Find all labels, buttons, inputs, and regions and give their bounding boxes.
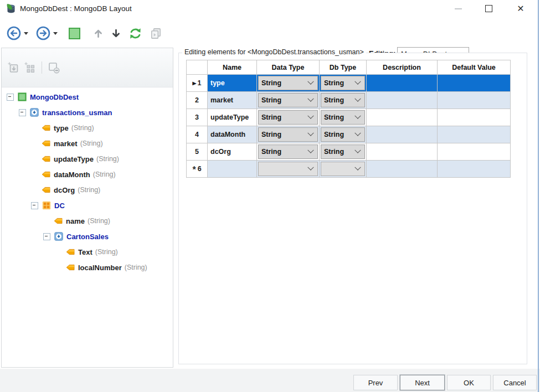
ok-button[interactable]: OK bbox=[447, 375, 491, 390]
column-header-name[interactable]: Name bbox=[208, 60, 257, 75]
tree-item-market[interactable]: market(String) bbox=[2, 136, 173, 151]
tree-item-type[interactable]: type(String) bbox=[2, 120, 173, 136]
minimize-button[interactable] bbox=[449, 0, 467, 17]
cell-default-value[interactable] bbox=[438, 126, 511, 143]
elements-grid: NameData TypeDb TypeDescriptionDefault V… bbox=[186, 60, 511, 178]
chevron-down-icon bbox=[354, 147, 361, 153]
cell-data-type-dropdown[interactable] bbox=[258, 162, 318, 176]
tree-item-updateType[interactable]: updateType(String) bbox=[2, 151, 173, 167]
forward-dropdown-button[interactable] bbox=[53, 32, 63, 35]
cell-db-type-dropdown[interactable]: String bbox=[321, 145, 365, 159]
cell-db-type: String bbox=[320, 92, 367, 109]
row-header-5[interactable]: 5 bbox=[187, 143, 208, 161]
column-header-description[interactable]: Description bbox=[367, 60, 438, 75]
row-header-3[interactable]: 3 bbox=[187, 109, 208, 126]
cell-db-type: String bbox=[320, 143, 367, 161]
row-header-6[interactable]: *6 bbox=[187, 161, 208, 178]
yellow-tag-icon bbox=[66, 263, 75, 272]
cell-name[interactable] bbox=[208, 161, 257, 178]
copy-layout-button[interactable] bbox=[150, 27, 162, 40]
tree-item-localNumber[interactable]: localNumber(String) bbox=[2, 260, 173, 275]
cell-name[interactable]: market bbox=[208, 92, 257, 109]
cell-default-value[interactable] bbox=[438, 109, 511, 126]
cell-default-value[interactable] bbox=[438, 143, 511, 161]
back-button[interactable] bbox=[7, 26, 21, 40]
cell-description[interactable] bbox=[367, 109, 438, 126]
row-header-2[interactable]: 2 bbox=[187, 92, 208, 109]
cell-data-type-dropdown[interactable]: String bbox=[258, 110, 318, 125]
blue-element-icon bbox=[30, 108, 39, 117]
tree-toolbar bbox=[2, 48, 173, 87]
dialog-footer: PrevNextOKCancel bbox=[0, 369, 540, 392]
cell-db-type-dropdown[interactable]: String bbox=[321, 76, 365, 90]
tree-item-DC[interactable]: DC bbox=[2, 198, 173, 213]
cell-name[interactable]: dcOrg bbox=[208, 143, 257, 161]
collapse-toggle-icon[interactable] bbox=[7, 94, 14, 101]
forward-button[interactable] bbox=[36, 26, 50, 40]
back-dropdown-button[interactable] bbox=[24, 32, 33, 35]
chevron-down-icon bbox=[307, 130, 313, 136]
current-row-icon: ▶ bbox=[193, 81, 197, 86]
grid-row-1: ▶1typeStringString bbox=[187, 75, 511, 92]
move-down-button[interactable] bbox=[111, 28, 121, 39]
tree-item-MongoDbDest[interactable]: MongoDbDest bbox=[2, 89, 173, 105]
add-element-button[interactable] bbox=[6, 60, 20, 75]
tree-item-label: type bbox=[54, 124, 69, 132]
cell-name[interactable]: dataMonth bbox=[208, 126, 257, 143]
add-attribute-button[interactable] bbox=[23, 60, 37, 75]
remove-element-button[interactable] bbox=[47, 60, 61, 75]
row-header-1[interactable]: ▶1 bbox=[187, 75, 208, 92]
cell-data-type-dropdown[interactable]: String bbox=[258, 127, 318, 142]
maximize-button[interactable] bbox=[479, 0, 498, 17]
chevron-down-icon bbox=[354, 164, 361, 171]
tree-item-label: CartonSales bbox=[66, 233, 109, 241]
cell-description[interactable] bbox=[367, 92, 438, 109]
tree-item-dataMonth[interactable]: dataMonth(String) bbox=[2, 167, 173, 182]
cell-data-type-dropdown[interactable]: String bbox=[258, 145, 318, 159]
cell-name[interactable]: updateType bbox=[208, 109, 257, 126]
column-header-default-value[interactable]: Default Value bbox=[438, 60, 511, 75]
row-header-4[interactable]: 4 bbox=[187, 126, 208, 143]
cancel-button[interactable]: Cancel bbox=[493, 375, 537, 390]
mongodb-layout-dialog: MongoDbDest : MongoDB Layout ✕ bbox=[0, 0, 540, 392]
tree-item-type: (String) bbox=[71, 124, 94, 132]
back-circle-arrow-icon bbox=[7, 26, 21, 40]
cell-description[interactable] bbox=[367, 143, 438, 161]
yellow-tag-icon bbox=[42, 185, 50, 194]
tree-item-dcOrg[interactable]: dcOrg(String) bbox=[2, 182, 173, 198]
refresh-icon bbox=[128, 27, 142, 40]
move-up-button[interactable] bbox=[93, 28, 104, 39]
row-header-column[interactable] bbox=[187, 60, 208, 75]
cell-default-value[interactable] bbox=[438, 75, 511, 92]
refresh-button[interactable] bbox=[128, 27, 142, 40]
cell-data-type-dropdown[interactable]: String bbox=[258, 93, 318, 107]
remove-element-icon bbox=[48, 61, 60, 74]
cell-db-type: String bbox=[320, 75, 367, 92]
cell-description[interactable] bbox=[367, 161, 438, 178]
cell-db-type-dropdown[interactable]: String bbox=[321, 110, 365, 125]
cell-name[interactable]: type bbox=[208, 75, 257, 92]
cell-db-type-dropdown[interactable]: String bbox=[321, 93, 365, 107]
cell-data-type-dropdown[interactable]: String bbox=[258, 76, 318, 90]
collapse-toggle-icon[interactable] bbox=[43, 233, 50, 240]
cell-default-value[interactable] bbox=[438, 92, 511, 109]
collapse-toggle-icon[interactable] bbox=[19, 109, 26, 116]
tree-item-transactions_usman[interactable]: transactions_usman bbox=[2, 105, 173, 120]
tree-item-Text[interactable]: Text(String) bbox=[2, 244, 173, 260]
column-header-data-type[interactable]: Data Type bbox=[257, 60, 320, 75]
cell-db-type-dropdown[interactable] bbox=[321, 162, 365, 176]
cell-default-value[interactable] bbox=[438, 161, 511, 178]
tree-item-CartonSales[interactable]: CartonSales bbox=[2, 229, 173, 244]
tree-item-name[interactable]: name(String) bbox=[2, 213, 173, 229]
close-button[interactable]: ✕ bbox=[511, 0, 530, 17]
cell-data-type: String bbox=[257, 109, 320, 126]
stop-button[interactable] bbox=[65, 28, 86, 39]
next-button[interactable]: Next bbox=[400, 375, 445, 390]
cell-description[interactable] bbox=[367, 75, 438, 92]
prev-button[interactable]: Prev bbox=[353, 375, 398, 390]
cell-description[interactable] bbox=[367, 126, 438, 143]
collapse-toggle-icon[interactable] bbox=[31, 202, 38, 209]
column-header-db-type[interactable]: Db Type bbox=[320, 60, 367, 75]
tree-item-label: updateType bbox=[54, 155, 94, 163]
cell-db-type-dropdown[interactable]: String bbox=[321, 127, 365, 142]
